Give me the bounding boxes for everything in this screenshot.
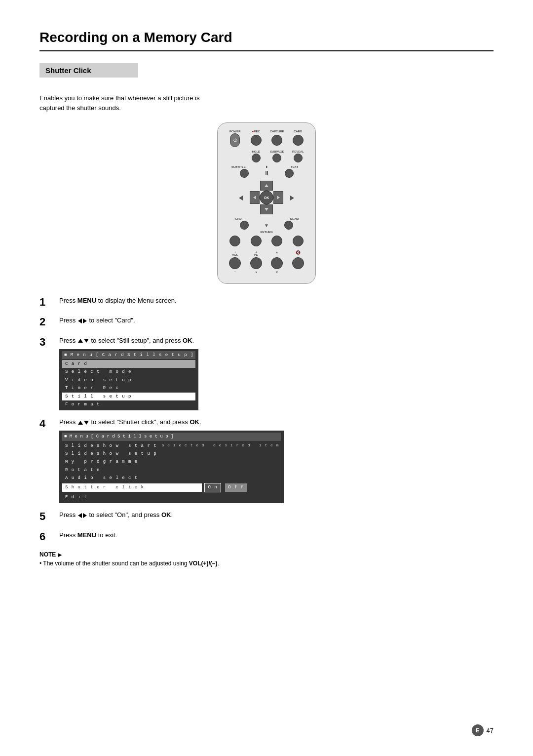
step-6: 6 Press MENU to exit. <box>39 530 494 543</box>
step-3-number: 3 <box>39 336 54 349</box>
step-5: 5 Press to select "On", and press OK. <box>39 510 494 523</box>
note-text: • The volume of the shutter sound can be… <box>39 560 494 567</box>
step-3-content: Press to select "Still setup", and press… <box>59 336 494 411</box>
page-number: E 47 <box>472 724 494 736</box>
step-1-content: Press MENU to display the Menu screen. <box>59 296 494 306</box>
description: Enables you to make sure that whenever a… <box>39 93 494 113</box>
page-letter-circle: E <box>472 724 484 736</box>
page-title: Recording on a Memory Card <box>39 30 494 51</box>
step-4-number: 4 <box>39 417 54 430</box>
step-6-content: Press MENU to exit. <box>59 530 494 541</box>
step-2-content: Press to select "Card". <box>59 316 494 326</box>
section-header: Shutter Click <box>39 63 138 78</box>
step-2-number: 2 <box>39 316 54 328</box>
remote-control: POWER ●REC CAPTURE CARD ⏻ HOLD SUBPAGE R… <box>217 122 316 284</box>
step-4: 4 Press to select "Shutter click", and p… <box>39 417 494 503</box>
step-1: 1 Press MENU to display the Menu screen. <box>39 296 494 309</box>
note-section: NOTE ▶ • The volume of the shutter sound… <box>39 551 494 567</box>
step-1-number: 1 <box>39 296 54 309</box>
step-5-number: 5 <box>39 510 54 523</box>
step-3: 3 Press to select "Still setup", and pre… <box>39 336 494 411</box>
menu-screen-2: ■ M e n u [ C a r d S t i l l s e t u p … <box>59 431 284 503</box>
step-5-content: Press to select "On", and press OK. <box>59 510 494 520</box>
remote-illustration: POWER ●REC CAPTURE CARD ⏻ HOLD SUBPAGE R… <box>39 122 494 284</box>
note-label: NOTE <box>39 551 56 558</box>
step-2: 2 Press to select "Card". <box>39 316 494 328</box>
step-6-number: 6 <box>39 530 54 543</box>
step-4-content: Press to select "Shutter click", and pre… <box>59 417 494 503</box>
menu-screen-1: ■ M e n u [ C a r d S t i l l s e t u p … <box>59 349 198 411</box>
